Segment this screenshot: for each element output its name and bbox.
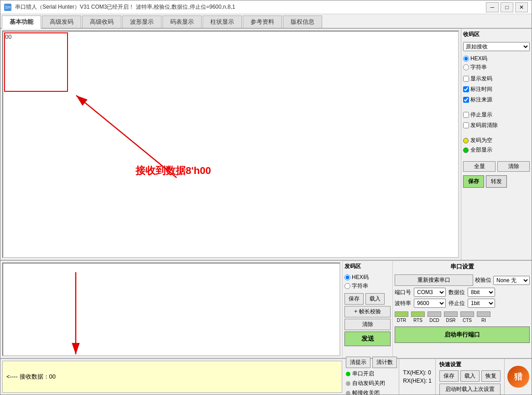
- data-bits-select[interactable]: 8bit 7bit 6bit 5bit: [468, 288, 495, 297]
- save-button[interactable]: 保存: [463, 175, 484, 188]
- cb-mark-source-input[interactable]: [463, 97, 469, 103]
- send-format-group: HEX码 字符串: [344, 274, 391, 290]
- maximize-button[interactable]: □: [501, 2, 513, 12]
- serial-open-dot: [346, 372, 350, 376]
- cb-show-send[interactable]: 显示发码: [463, 75, 530, 83]
- tab-bar-chart[interactable]: 柱状显示: [203, 16, 242, 28]
- radio-hex-label[interactable]: HEX码: [463, 55, 530, 63]
- signal-indicators-row: DTR RTS DCD DSR: [395, 311, 530, 323]
- tx-row: TX(HEX): 0: [403, 369, 432, 376]
- send-button[interactable]: 发送: [344, 332, 391, 346]
- load-last-settings-button[interactable]: 启动时载入上次设置: [439, 384, 501, 395]
- parity-select[interactable]: None 无 Even 偶 Odd 奇: [493, 276, 530, 285]
- serial-open-indicator: 串口开启: [346, 370, 397, 378]
- send-radio-string-input[interactable]: [344, 283, 350, 289]
- send-controls: 发码区 HEX码 字符串 保存 载入 + 帧长校验 清除: [342, 261, 392, 358]
- annotation-label: 接收到数据8'h00: [136, 164, 211, 178]
- radio-string-label[interactable]: 字符串: [463, 63, 530, 71]
- cb-clear-before-send[interactable]: 发码前清除: [463, 121, 530, 129]
- cb-clear-before-send-input[interactable]: [463, 122, 469, 128]
- rts-bar: [411, 311, 425, 317]
- cb-show-send-input[interactable]: [463, 76, 469, 82]
- radio-string-input[interactable]: [463, 64, 469, 70]
- signal-dsr: DSR: [444, 311, 458, 323]
- status-bar: <---- 接收数据：00 清提示 清计数: [0, 358, 532, 395]
- tab-reference[interactable]: 参考资料: [243, 16, 282, 28]
- stop-bits-select[interactable]: 1bit 1.5bit 2bit: [468, 299, 495, 308]
- tx-rx-panel: TX(HEX): 0 RX(HEX): 1: [399, 359, 435, 395]
- frame-recv-indicator: 帧接收关闭: [346, 389, 397, 395]
- fullscreen-clear-row: 全显 清除: [463, 161, 530, 172]
- tab-license[interactable]: 版权信息: [283, 16, 322, 28]
- clear-button[interactable]: 清除: [497, 161, 530, 172]
- tab-basic[interactable]: 基本功能: [2, 16, 41, 29]
- signal-dtr: DTR: [395, 311, 408, 323]
- quick-settings-panel: 快速设置 保存 载入 恢复 启动时载入上次设置: [435, 359, 504, 395]
- cts-bar: [460, 311, 474, 317]
- received-data-text: 00: [5, 33, 11, 40]
- send-textarea[interactable]: [3, 263, 339, 355]
- indicator-all-row: 全部显示: [463, 146, 530, 154]
- receive-mode-select[interactable]: 原始接收 HEX解析 ASCII: [463, 42, 530, 51]
- signal-ri: RI: [477, 311, 490, 323]
- save-transfer-row: 保存 转发: [463, 175, 530, 188]
- cb-stop-display[interactable]: 停止显示: [463, 111, 530, 119]
- fullscreen-button[interactable]: 全显: [463, 161, 495, 172]
- cb-mark-time[interactable]: 标注时间: [463, 85, 530, 93]
- indicator-empty-dot: [463, 138, 469, 143]
- window-title: 串口猎人（Serial Hunter）V31 COM3已经开启！ 波特率,校验位…: [15, 3, 235, 11]
- signal-rts: RTS: [411, 311, 425, 323]
- quick-restore-button[interactable]: 恢复: [481, 370, 501, 382]
- cb-mark-time-input[interactable]: [463, 86, 469, 92]
- send-clear-button[interactable]: 清除: [344, 319, 391, 330]
- send-load-button[interactable]: 载入: [365, 293, 385, 305]
- auto-send-indicator: 自动发码关闭: [346, 379, 397, 387]
- send-text-area[interactable]: [2, 263, 340, 356]
- quick-load-button[interactable]: 载入: [460, 370, 480, 382]
- send-radio-hex-input[interactable]: [344, 274, 350, 280]
- checksum-button[interactable]: + 帧长校验: [344, 306, 391, 317]
- tab-code-table[interactable]: 码表显示: [162, 16, 202, 28]
- receive-format-group: HEX码 字符串: [463, 55, 530, 71]
- quick-settings-title: 快速设置: [439, 361, 501, 369]
- minimize-button[interactable]: ─: [486, 2, 499, 12]
- title-bar-left: SH 串口猎人（Serial Hunter）V31 COM3已经开启！ 波特率,…: [4, 3, 235, 11]
- tab-adv-recv[interactable]: 高级收码: [82, 16, 121, 28]
- rx-row: RX(HEX): 1: [403, 378, 432, 384]
- app-icon: SH: [4, 4, 11, 11]
- transfer-button[interactable]: 转发: [486, 175, 507, 188]
- cb-mark-source[interactable]: 标注来源: [463, 96, 530, 104]
- save-load-row: 保存 载入: [344, 293, 391, 305]
- indicator-all-dot: [463, 147, 469, 153]
- radio-hex-input[interactable]: [463, 56, 469, 62]
- lower-section: 发码区 HEX码 字符串 保存 载入 + 帧长校验 清除: [0, 260, 532, 358]
- send-radio-hex[interactable]: HEX码: [344, 274, 391, 281]
- port-select[interactable]: COM3 COM1 COM2 COM4: [414, 288, 446, 297]
- signal-dcd: DCD: [428, 311, 441, 323]
- search-port-button[interactable]: 重新搜索串口: [395, 274, 473, 286]
- start-serial-button[interactable]: 启动串行端口: [395, 327, 530, 343]
- cb-stop-display-input[interactable]: [463, 112, 469, 118]
- send-panel-title: 发码区: [344, 263, 391, 270]
- tab-wave[interactable]: 波形显示: [122, 16, 162, 28]
- baud-select[interactable]: 9600 1200 2400 4800 19200 38400 115200: [414, 299, 446, 308]
- close-button[interactable]: ✕: [515, 2, 528, 12]
- main-window: SH 串口猎人（Serial Hunter）V31 COM3已经开启！ 波特率,…: [0, 0, 532, 395]
- dsr-bar: [444, 311, 458, 317]
- title-bar-controls: ─ □ ✕: [486, 2, 528, 12]
- frame-recv-dot: [346, 391, 350, 395]
- clear-hint-button[interactable]: 清提示: [346, 357, 370, 368]
- tab-adv-send[interactable]: 高级发码: [42, 16, 81, 28]
- send-save-button[interactable]: 保存: [344, 293, 364, 305]
- tx-value: 0: [428, 369, 431, 376]
- clear-count-button[interactable]: 清计数: [372, 357, 397, 368]
- clear-buttons-row: 清提示 清计数: [346, 357, 397, 368]
- dtr-bar: [395, 311, 408, 317]
- status-mid-controls: 清提示 清计数 串口开启 自动发码关闭 帧接收关闭: [344, 359, 399, 395]
- receive-panel-title: 收码区: [463, 31, 530, 38]
- quick-save-button[interactable]: 保存: [439, 370, 459, 382]
- ri-bar: [477, 311, 490, 317]
- signal-cts: CTS: [460, 311, 474, 323]
- send-radio-string[interactable]: 字符串: [344, 282, 391, 290]
- title-bar: SH 串口猎人（Serial Hunter）V31 COM3已经开启！ 波特率,…: [0, 0, 532, 14]
